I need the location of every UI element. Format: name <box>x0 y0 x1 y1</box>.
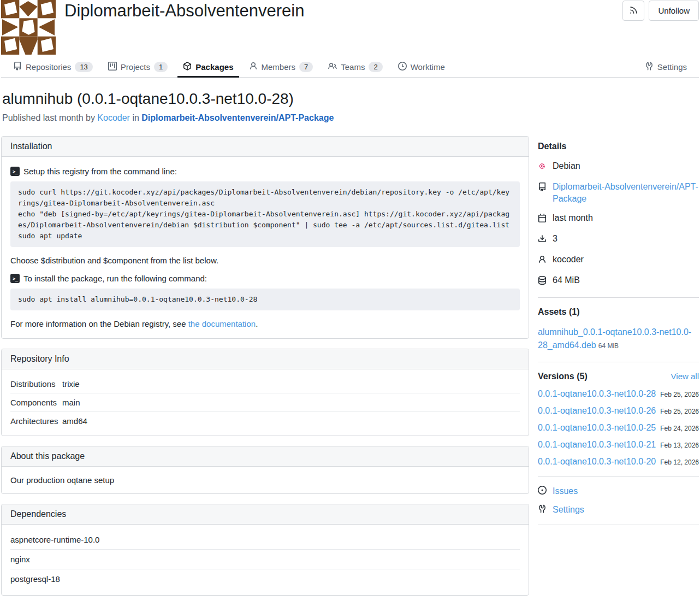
details-repo-link[interactable]: Diplomarbeit-Absolventenverein/APT-Packa… <box>553 181 699 205</box>
tab-count-badge: 7 <box>299 62 313 72</box>
org-tabbar: Repositories 13 Projects 1 Packages Memb… <box>1 57 699 78</box>
distributions-label: Distributions <box>10 379 62 389</box>
version-link[interactable]: 0.0.1-oqtane10.0.3-net10.0-21 <box>538 440 656 450</box>
list-item: alumnihub_0.0.1-oqtane10.0.3-net10.0-28_… <box>538 326 699 352</box>
tab-members[interactable]: Members 7 <box>244 57 319 78</box>
tab-label: Settings <box>657 62 687 72</box>
architectures-label: Architectures <box>10 416 62 426</box>
issue-icon <box>538 486 547 497</box>
repository-info-title: Repository Info <box>2 349 529 369</box>
install-package-label: To install the package, run the followin… <box>23 274 207 283</box>
tab-settings[interactable]: Settings <box>639 57 692 78</box>
asset-file-size: 64 MiB <box>598 342 619 350</box>
version-link[interactable]: 0.0.1-oqtane10.0.3-net10.0-26 <box>538 406 656 416</box>
header-actions: Unfollow <box>622 1 699 21</box>
more-info-suffix: . <box>256 319 258 328</box>
package-description: Our production oqtane setup <box>10 475 114 485</box>
version-date: Feb 13, 2026 <box>660 442 699 449</box>
package-repo-link[interactable]: Diplomarbeit-Absolventenverein/APT-Packa… <box>141 113 334 122</box>
list-item: nginx <box>10 550 520 569</box>
package-type: Debian <box>553 160 580 172</box>
settings-link-row: Settings <box>538 504 699 515</box>
about-package-title: About this package <box>2 446 529 467</box>
tab-worktime[interactable]: Worktime <box>393 57 450 78</box>
setup-registry-label-row: >_ Setup this registry from the command … <box>10 167 520 176</box>
calendar-icon <box>538 212 547 226</box>
repository-info-panel: Repository Info Distributions trixie Com… <box>1 349 529 436</box>
tab-projects[interactable]: Projects 1 <box>103 57 173 78</box>
published-in: in <box>132 113 139 122</box>
package-title: alumnihub (0.0.1-oqtane10.0.3-net10.0-28… <box>2 90 699 108</box>
repo-icon <box>13 62 22 72</box>
tab-label: Projects <box>121 62 150 72</box>
list-item: 0.0.1-oqtane10.0.3-net10.0-20 Feb 12, 20… <box>538 457 699 467</box>
org-header: Diplomarbeit-Absolventenverein Unfollow <box>1 0 699 55</box>
table-row: Components main <box>10 393 520 412</box>
dependencies-panel: Dependencies aspnetcore-runtime-10.0 ngi… <box>1 504 529 596</box>
tab-teams[interactable]: Teams 2 <box>323 57 388 78</box>
debian-icon <box>538 160 547 174</box>
repo-icon <box>538 181 547 195</box>
package-settings-link[interactable]: Settings <box>553 505 584 515</box>
size-row: 64 MiB <box>538 274 699 288</box>
divider <box>538 297 699 298</box>
org-name: Diplomarbeit-Absolventenverein <box>64 1 304 21</box>
package-size: 64 MiB <box>553 274 580 286</box>
main-column: Installation >_ Setup this registry from… <box>1 136 529 596</box>
choose-distribution-note: Choose $distribution and $component from… <box>10 256 520 265</box>
version-link[interactable]: 0.0.1-oqtane10.0.3-net10.0-28 <box>538 389 656 399</box>
installation-panel: Installation >_ Setup this registry from… <box>1 136 529 339</box>
rss-button[interactable] <box>622 1 644 21</box>
published-line: Published last month by Kocoder in Diplo… <box>2 113 699 123</box>
version-date: Feb 25, 2026 <box>660 408 699 415</box>
more-info-line: For more information on the Debian regis… <box>10 319 520 328</box>
assets-title: Assets (1) <box>538 307 699 317</box>
owner-name: kocoder <box>553 254 584 266</box>
divider <box>538 525 699 525</box>
list-item: 0.0.1-oqtane10.0.3-net10.0-28 Feb 25, 20… <box>538 389 699 399</box>
list-item: aspnetcore-runtime-10.0 <box>10 530 520 550</box>
versions-title: Versions (5) <box>538 372 588 381</box>
about-package-panel: About this package Our production oqtane… <box>1 446 529 494</box>
more-info-prefix: For more information on the Debian regis… <box>10 319 188 328</box>
components-label: Components <box>10 398 62 407</box>
downloads-row: 3 <box>538 233 699 246</box>
tab-count-badge: 2 <box>369 62 382 72</box>
installation-panel-title: Installation <box>2 137 529 157</box>
tab-label: Worktime <box>411 62 445 72</box>
download-icon <box>538 233 547 246</box>
published-prefix: Published last month by <box>2 113 95 122</box>
version-date: Feb 25, 2026 <box>660 391 699 398</box>
version-link[interactable]: 0.0.1-oqtane10.0.3-net10.0-25 <box>538 423 656 433</box>
table-row: Architectures amd64 <box>10 412 520 430</box>
tab-packages[interactable]: Packages <box>177 57 239 78</box>
tab-label: Repositories <box>26 62 71 72</box>
list-item: postgresql-18 <box>10 569 520 589</box>
terminal-icon: >_ <box>10 167 20 176</box>
details-title: Details <box>538 142 699 151</box>
unfollow-button[interactable]: Unfollow <box>649 1 699 21</box>
person-icon <box>538 254 547 267</box>
terminal-icon: >_ <box>10 274 20 283</box>
setup-registry-label: Setup this registry from the command lin… <box>23 167 177 176</box>
view-all-versions-link[interactable]: View all <box>671 372 699 381</box>
package-icon <box>183 62 192 72</box>
tab-label: Members <box>262 62 296 72</box>
clock-icon <box>398 62 407 72</box>
architectures-value: amd64 <box>62 416 87 426</box>
divider <box>538 362 699 362</box>
issues-link[interactable]: Issues <box>553 486 578 496</box>
version-link[interactable]: 0.0.1-oqtane10.0.3-net10.0-20 <box>538 457 656 467</box>
tab-count-badge: 1 <box>154 62 168 72</box>
download-count: 3 <box>553 233 557 245</box>
tab-repositories[interactable]: Repositories 13 <box>8 57 98 78</box>
database-icon <box>538 274 547 288</box>
install-package-code-block[interactable]: sudo apt install alumnihub=0.0.1-oqtane1… <box>10 289 520 310</box>
tab-label: Teams <box>341 62 365 72</box>
setup-registry-code-block[interactable]: sudo curl https://git.kocoder.xyz/api/pa… <box>10 181 520 247</box>
documentation-link[interactable]: the documentation <box>188 319 256 328</box>
tab-count-badge: 13 <box>75 62 92 72</box>
person-icon <box>249 62 258 72</box>
wrench-icon <box>538 504 547 515</box>
publisher-link[interactable]: Kocoder <box>97 113 130 122</box>
